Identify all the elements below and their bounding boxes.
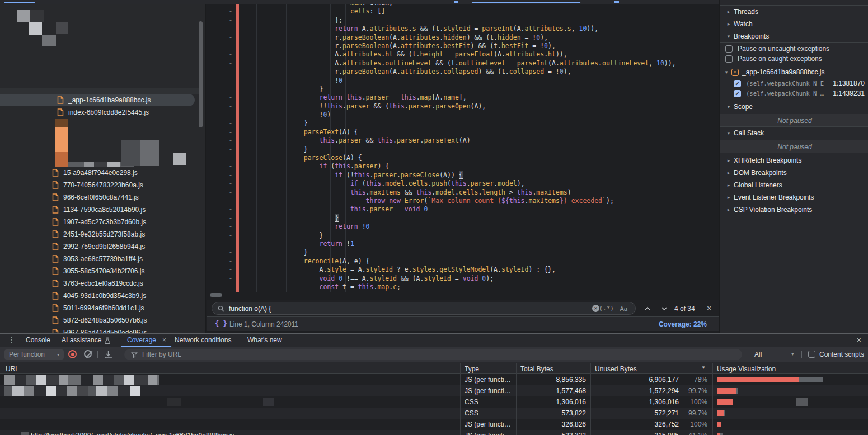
content-scripts-checkbox[interactable] <box>808 351 815 358</box>
gutter-line-marker[interactable]: - <box>224 231 237 240</box>
more-tools-icon[interactable]: ⋮ <box>8 335 15 344</box>
gutter-line-marker[interactable]: - <box>224 77 237 85</box>
coverage-mode-select[interactable]: Per function▾ <box>4 349 64 360</box>
regex-toggle[interactable]: (.*) <box>599 305 614 312</box>
col-header-unused-bytes[interactable]: Unused Bytes <box>595 365 637 373</box>
col-header-url[interactable]: URL <box>6 365 19 373</box>
gutter-line-marker[interactable]: - <box>224 68 237 76</box>
file-item[interactable]: 1907-ad5c27c3b3b7d60b.js <box>0 216 195 228</box>
tab-whats-new[interactable]: What's new <box>247 336 282 344</box>
search-input[interactable]: function o(A) { × (.*) Aa <box>212 302 636 315</box>
gutter-line-marker[interactable]: - <box>224 145 237 154</box>
gutter-line-marker[interactable]: - <box>224 248 237 257</box>
table-row[interactable]: JS (per functi…8,856,3356,906,17778% <box>0 374 868 385</box>
col-header-total-bytes[interactable]: Total Bytes <box>520 365 553 373</box>
section-event-listener-breakpoints[interactable]: ▸Event Listener Breakpoints <box>720 191 868 204</box>
export-icon[interactable] <box>104 351 112 359</box>
breakpoint-checkbox-checked[interactable]: ✓ <box>734 80 741 87</box>
gutter-line-marker[interactable]: - <box>224 257 237 266</box>
gutter-line-marker[interactable]: - <box>224 7 237 16</box>
gutter-line-marker[interactable]: - <box>224 283 237 291</box>
breakpoint-file-group[interactable]: ▾ ‹› _app-1c66d1ba9a888bcc.js <box>720 66 868 78</box>
editor-hscroll-track[interactable] <box>207 292 719 300</box>
section-csp-violation-breakpoints[interactable]: ▸CSP Violation Breakpoints <box>720 204 868 216</box>
gutter-line-marker[interactable]: - <box>224 214 237 223</box>
gutter-line-marker[interactable]: - <box>224 162 237 171</box>
gutter-line-marker[interactable]: - <box>224 42 237 50</box>
file-item[interactable]: 5872-d6248ba3506507b6.js <box>0 314 195 327</box>
tab-network-conditions[interactable]: Network conditions <box>175 336 231 344</box>
table-row[interactable]: JS (per functi…326,826326,752100% <box>0 419 868 430</box>
file-item[interactable]: 770-740564783223b60a.js <box>0 179 195 191</box>
gutter-line-marker[interactable]: - <box>224 197 237 205</box>
table-row[interactable]: http://localhost:3000/_next/static/chunk… <box>0 430 868 435</box>
gutter-line-marker[interactable]: - <box>224 59 237 68</box>
gutter-line-marker[interactable]: - <box>224 154 237 162</box>
checkbox-unchecked[interactable] <box>725 45 733 53</box>
table-row[interactable]: JS (per functi…1,577,4681,572,29499.7% <box>0 385 868 396</box>
file-item[interactable]: 5967-86ad41dd5b0ede96.js <box>0 327 195 333</box>
close-coverage-tab-icon[interactable]: × <box>162 336 166 344</box>
gutter-line-marker[interactable]: - <box>224 205 237 214</box>
pretty-print-icon[interactable]: { } <box>215 320 227 328</box>
gutter-line-marker[interactable]: - <box>224 119 237 127</box>
stop-recording-button[interactable] <box>68 350 77 358</box>
section-global-listeners[interactable]: ▸Global Listeners <box>720 179 868 191</box>
file-item[interactable]: 966-6cef0f650c8a7441.js <box>0 191 195 204</box>
section-watch[interactable]: ▸Watch <box>720 18 868 30</box>
gutter-line-marker[interactable]: - <box>224 179 237 188</box>
match-case-toggle[interactable]: Aa <box>620 305 627 312</box>
close-drawer-icon[interactable]: × <box>857 335 861 344</box>
section-threads[interactable]: ▸Threads <box>720 6 868 18</box>
navigator-scrollbar[interactable] <box>199 21 203 127</box>
section-call-stack[interactable]: ▾Call Stack <box>720 127 868 139</box>
file-item[interactable]: 2451-9e32b55d273f58ab.js <box>0 228 195 240</box>
file-item[interactable]: 5011-6994a6f9b60dd1c1.js <box>0 302 195 314</box>
clear-search-icon[interactable]: × <box>592 305 599 312</box>
checkbox-unchecked[interactable] <box>725 55 733 63</box>
section-xhr-fetch-breakpoints[interactable]: ▸XHR/fetch Breakpoints <box>720 154 868 167</box>
gutter-line-marker[interactable]: - <box>224 25 237 33</box>
tab-console[interactable]: Console <box>26 336 50 344</box>
gutter-line-marker[interactable]: - <box>224 102 237 111</box>
gutter-line-marker[interactable]: - <box>224 171 237 179</box>
code-editor[interactable]: ---------------------------------- max: … <box>207 4 719 292</box>
gutter-line-marker[interactable]: - <box>224 136 237 145</box>
previous-match-button[interactable] <box>644 305 651 313</box>
clear-coverage-button[interactable] <box>84 350 92 358</box>
breakpoint-location[interactable]: 1:1439231 <box>833 89 865 97</box>
editor-hscroll-thumb[interactable] <box>210 293 222 297</box>
file-item[interactable]: 1134-7590ca8c52014b90.js <box>0 204 195 216</box>
file-item[interactable]: index-6b09fcdd8e2f5445.js <box>0 106 195 119</box>
section-breakpoints[interactable]: ▾Breakpoints <box>720 30 868 42</box>
file-item[interactable]: 2992-759ed9bf2658b944.js <box>0 240 195 253</box>
table-row[interactable]: CSS573,822572,27199.7% <box>0 408 868 419</box>
col-header-type[interactable]: Type <box>465 365 479 373</box>
table-row[interactable]: CSS1,306,0161,306,016100% <box>0 396 868 408</box>
gutter-line-marker[interactable]: - <box>224 266 237 274</box>
file-item[interactable]: 3053-ae68c57739ba1ff4.js <box>0 253 195 265</box>
tab-ai-assistance[interactable]: AI assistance <box>62 336 101 344</box>
file-item[interactable]: 3055-58c5470e34b2f706.js <box>0 265 195 277</box>
next-match-button[interactable] <box>660 305 668 313</box>
filter-input[interactable]: Filter by URL <box>124 349 742 360</box>
gutter-line-marker[interactable]: - <box>224 111 237 119</box>
breakpoint-entry[interactable]: ✓(self.webpackChunk_N_E…1:1381870 <box>720 78 868 88</box>
file-item[interactable]: 15-a9a48f7944e0e298.js <box>0 167 195 179</box>
section-scope[interactable]: ▾Scope <box>720 101 868 113</box>
gutter-line-marker[interactable]: - <box>224 50 237 59</box>
close-search-icon[interactable]: × <box>707 304 711 313</box>
section-dom-breakpoints[interactable]: ▸DOM Breakpoints <box>720 167 868 179</box>
tab-coverage[interactable]: Coverage <box>127 336 156 344</box>
gutter-line-marker[interactable]: - <box>224 223 237 231</box>
gutter-line-marker[interactable]: - <box>224 85 237 93</box>
file-item[interactable]: 3763-ecbc1ef0a619ccdc.js <box>0 277 195 290</box>
pause-uncaught-row[interactable]: Pause on uncaught exceptions <box>720 44 868 54</box>
coverage-link[interactable]: Coverage: 22% <box>659 320 707 328</box>
gutter-line-marker[interactable]: - <box>224 93 237 102</box>
type-filter-select[interactable]: All <box>754 351 762 358</box>
pause-caught-row[interactable]: Pause on caught exceptions <box>720 54 868 64</box>
col-header-usage[interactable]: Usage Visualization <box>717 365 776 373</box>
gutter-line-marker[interactable]: - <box>224 16 237 25</box>
breakpoint-entry[interactable]: ✓(self.webpackChunk_N_…1:1439231 <box>720 88 868 98</box>
